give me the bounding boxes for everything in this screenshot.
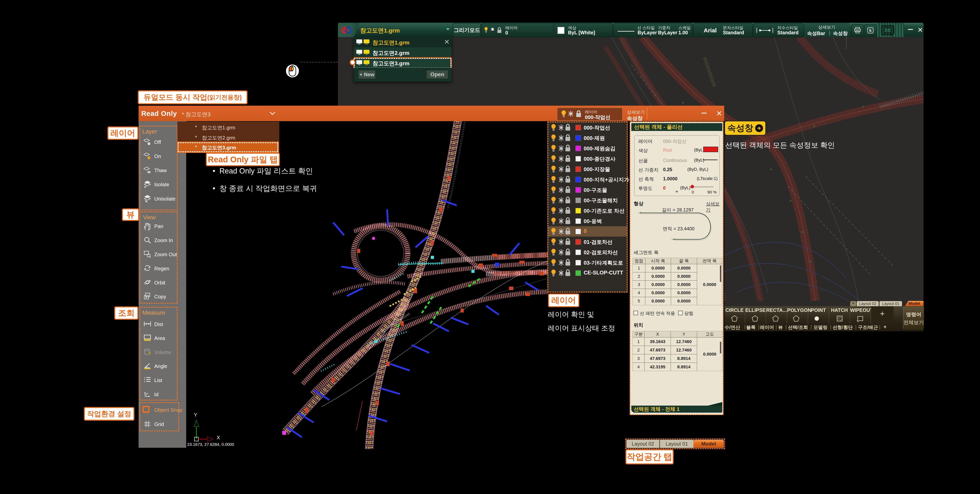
svg-text:k: k: [869, 28, 872, 33]
